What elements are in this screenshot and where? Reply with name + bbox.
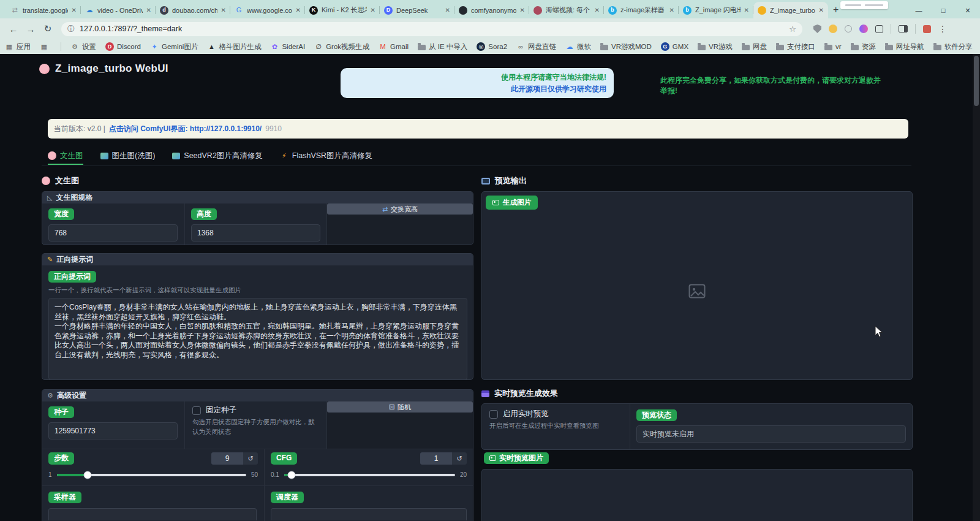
site-info-icon[interactable]: ⓘ — [67, 24, 75, 34]
mode-tab[interactable]: 图生图(洗图) — [100, 151, 156, 165]
bookmark-item[interactable]: ▦ — [40, 42, 51, 51]
bookmark-icon: ◎ — [477, 42, 485, 51]
tab-title: 海螺视频: 每个 — [546, 6, 591, 15]
scrollbar-thumb[interactable] — [974, 56, 979, 106]
back-button[interactable]: ← — [6, 24, 21, 34]
new-tab-button[interactable]: + — [833, 4, 839, 15]
cfg-number[interactable]: 1 ↺ — [420, 452, 467, 465]
adblock-shield-icon[interactable] — [813, 25, 821, 33]
height-input[interactable]: 1368 — [191, 224, 320, 241]
preview-status-textbox[interactable]: 实时预览未启用 — [636, 425, 906, 443]
mode-tab[interactable]: SeedVR2图片高清修复 — [172, 151, 263, 165]
sampler-dropdown[interactable] — [48, 508, 257, 520]
cfg-slider[interactable] — [284, 474, 455, 476]
minimize-button[interactable]: — — [907, 2, 931, 18]
bookmark-item[interactable]: 支付接口 — [776, 42, 815, 51]
bookmark-item[interactable]: ☁ 微软 — [565, 42, 591, 51]
browser-tab[interactable]: comfyanonymo ✕ — [454, 2, 529, 18]
tab-close-icon[interactable]: ✕ — [819, 7, 824, 13]
chrome-menu-icon[interactable]: ⋮ — [938, 24, 947, 34]
bookmark-item[interactable]: ∅ Grok视频生成 — [314, 42, 369, 51]
tab-close-icon[interactable]: ✕ — [221, 7, 226, 13]
tab-close-icon[interactable]: ✕ — [296, 7, 301, 13]
tab-favicon: d — [160, 6, 168, 15]
maximize-button[interactable]: □ — [931, 2, 956, 18]
steps-slider[interactable] — [57, 474, 246, 476]
generate-button[interactable]: 生成图片 — [486, 196, 538, 210]
bookmark-item[interactable]: ⚙ 设置 — [70, 42, 96, 51]
monica-cat-icon[interactable] — [829, 25, 837, 33]
tab-close-icon[interactable]: ✕ — [371, 7, 375, 13]
bookmark-star-icon[interactable]: ☆ — [789, 25, 796, 34]
bookmark-item[interactable] — [61, 42, 61, 51]
mode-tab[interactable]: 文生图 — [48, 151, 83, 165]
cfg-value[interactable]: 1 — [420, 452, 452, 465]
reload-button[interactable]: ↻ — [40, 23, 55, 34]
bookmark-item[interactable]: 资源 — [851, 42, 876, 51]
side-panel-icon[interactable] — [899, 25, 908, 32]
browser-tab[interactable]: ⇄ translate.google ✕ — [6, 2, 81, 18]
cfg-reset-icon[interactable]: ↺ — [452, 452, 467, 465]
mode-tab[interactable]: ⚡ FlashVSR图片高清修复 — [280, 151, 372, 165]
bookmark-item[interactable]: ✦ Gemini图片 — [150, 42, 198, 51]
red-extension-icon[interactable] — [923, 25, 931, 33]
tab-close-icon[interactable]: ✕ — [744, 7, 749, 13]
steps-slider-handle[interactable] — [83, 471, 91, 479]
steps-reset-icon[interactable]: ↺ — [243, 452, 258, 465]
bookmark-item[interactable]: D Discord — [105, 42, 141, 51]
close-window-button[interactable]: ✕ — [956, 2, 980, 18]
steps-value[interactable]: 9 — [211, 452, 243, 465]
bookmark-item[interactable]: ∞ 网盘直链 — [516, 42, 556, 51]
scheduler-dropdown[interactable] — [271, 508, 467, 520]
fixed-seed-checkbox[interactable] — [192, 406, 201, 415]
port-text: 9910 — [265, 124, 282, 133]
browser-tab[interactable]: K Kimi - K2 长思考 ✕ — [305, 2, 380, 18]
seed-input[interactable]: 1259501773 — [48, 422, 178, 439]
bookmark-label: Sora2 — [488, 43, 507, 50]
browser-tab[interactable]: d doubao.com/ch ✕ — [156, 2, 230, 18]
browser-tab[interactable]: 海螺视频: 每个 ✕ — [529, 2, 604, 18]
cfg-slider-handle[interactable] — [288, 471, 296, 479]
bookmark-label: 网盘 — [753, 42, 767, 51]
bookmark-item[interactable]: ▲ 格斗图片生成 — [207, 42, 261, 51]
steps-number[interactable]: 9 ↺ — [211, 452, 258, 465]
width-input[interactable]: 768 — [48, 224, 178, 241]
tab-close-icon[interactable]: ✕ — [520, 7, 525, 13]
browser-tab[interactable]: ☁ video - OneDriv ✕ — [81, 2, 156, 18]
tab-close-icon[interactable]: ✕ — [445, 7, 450, 13]
tab-close-icon[interactable]: ✕ — [669, 7, 674, 13]
page-scrollbar[interactable] — [973, 54, 980, 521]
bookmark-item[interactable]: VR游戏 — [698, 42, 733, 51]
browser-tab[interactable]: b Z_image 闪电出 ✕ — [679, 2, 753, 18]
bookmark-item[interactable]: ◎ Sora2 — [477, 42, 507, 51]
tab-close-icon[interactable]: ✕ — [146, 7, 151, 13]
tab-close-icon[interactable]: ✕ — [72, 7, 77, 13]
bookmark-label: Gmail — [390, 43, 409, 50]
bookmark-item[interactable]: 网址导航 — [885, 42, 924, 51]
browser-tab[interactable]: G www.google.co ✕ — [230, 2, 305, 18]
ai-brain-extension-icon[interactable] — [859, 25, 868, 33]
browser-tab[interactable]: b z-image采样器 ✕ — [604, 2, 679, 18]
bookmark-item[interactable]: vr — [824, 43, 842, 50]
comfyui-link[interactable]: 点击访问 ComfyUI界面: http://127.0.0.1:9910/ — [109, 124, 262, 134]
bookmark-item[interactable]: G GMX — [661, 42, 688, 51]
bookmark-item[interactable]: 网盘 — [742, 42, 767, 51]
random-seed-button[interactable]: ⚄ 随机 — [327, 401, 473, 413]
browser-tab[interactable]: Z_image_turbo ✕ — [753, 2, 828, 18]
address-bar[interactable]: ⓘ 127.0.0.1:7897/?_theme=dark ☆ — [61, 22, 802, 36]
tab-close-icon[interactable]: ✕ — [595, 7, 600, 13]
extensions-puzzle-icon[interactable] — [875, 25, 883, 33]
bookmark-item[interactable]: 从 IE 中导入 — [418, 42, 467, 51]
enable-live-preview-checkbox[interactable] — [489, 410, 498, 419]
browser-tab[interactable]: D DeepSeek ✕ — [380, 2, 454, 18]
bookmark-item[interactable]: VR游戏MOD — [600, 42, 652, 51]
bookmark-item[interactable]: 软件分享 — [933, 42, 973, 51]
url-text[interactable]: 127.0.0.1:7897/?_theme=dark — [80, 25, 784, 33]
bookmark-item[interactable]: M Gmail — [379, 42, 409, 51]
bookmark-item[interactable]: ✿ SiderAI — [270, 42, 305, 51]
swap-dimensions-button[interactable]: ⇄ 交换宽高 — [327, 203, 473, 215]
chat-extension-icon[interactable] — [845, 25, 852, 32]
forward-button[interactable]: → — [23, 24, 38, 34]
bookmark-item[interactable]: ▦ 应用 — [5, 42, 31, 51]
prompt-textarea[interactable]: 一个CosPlay春丽，身材非常丰满的女人站在瑜伽房内的地板上，她上身穿蓝色紧身… — [48, 298, 467, 380]
